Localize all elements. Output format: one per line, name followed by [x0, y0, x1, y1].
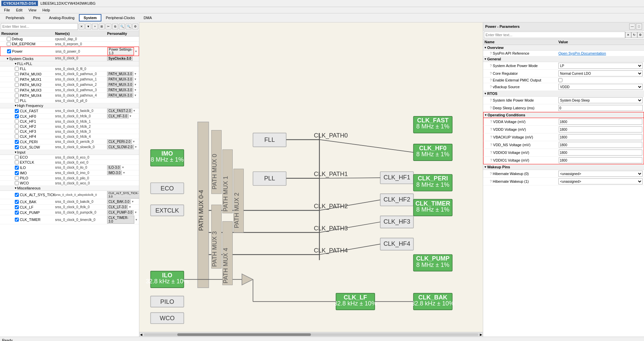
tree-row-clk-pump[interactable]: CLK_PUMP srss_0_clock_0_pumpclk_0 CLK_PU…: [0, 210, 139, 215]
deep-sleep-help[interactable]: ?: [490, 106, 492, 110]
check-extclk[interactable]: [15, 160, 19, 164]
vddio0-help[interactable]: ?: [490, 151, 492, 155]
collapse-fllpll[interactable]: ▾: [15, 62, 16, 65]
scrollbar-track[interactable]: [144, 333, 478, 336]
scrollbar-thumb[interactable]: [177, 333, 311, 336]
filter-zoom-out-btn[interactable]: 🔍: [126, 23, 132, 30]
tree-section-fllpll[interactable]: ▾ FLL+PLL: [0, 61, 139, 66]
filter-settings-btn[interactable]: ⚙: [132, 23, 138, 30]
tree-section-highfreq[interactable]: ▾ High Frequency: [0, 103, 139, 108]
tab-system[interactable]: System: [79, 14, 101, 21]
vddns-help[interactable]: ?: [490, 143, 492, 147]
vddio1-help[interactable]: ?: [490, 159, 492, 162]
check-clkpump[interactable]: [15, 211, 19, 215]
vdda-input[interactable]: [559, 119, 642, 125]
tree-row-pilo[interactable]: PILO srss_0_clock_0_pilo_0: [0, 176, 139, 181]
check-pathmux1[interactable]: [15, 77, 19, 81]
check-em-eeprom[interactable]: [7, 42, 11, 46]
tab-dma[interactable]: DMA: [139, 14, 156, 21]
tree-row-clk-hf2[interactable]: CLK_HF2 srss_0_clock_0_hfclk_2: [0, 124, 139, 129]
section-operating[interactable]: ▾ Operating Conditions: [483, 112, 644, 118]
collapse-sysclocks[interactable]: ▾: [7, 57, 8, 60]
hibernate0-help[interactable]: ?: [490, 172, 492, 176]
check-clkbak[interactable]: [15, 200, 19, 204]
tab-pins[interactable]: Pins: [29, 14, 45, 21]
filter-copy-btn[interactable]: ⧉: [112, 23, 118, 30]
tree-row-ilo[interactable]: ILO srss_0_clock_0_ilo_0 ILO-3.0 ▼: [0, 165, 139, 170]
vddio1-input[interactable]: [559, 157, 642, 163]
active-power-help[interactable]: ?: [490, 64, 492, 68]
check-clktimer[interactable]: [15, 218, 19, 222]
check-clkfast[interactable]: [15, 109, 19, 113]
vddd-input[interactable]: [559, 126, 642, 132]
check-pilo[interactable]: [15, 176, 19, 180]
idle-power-select[interactable]: System Deep Sleep Active Sleep: [558, 97, 643, 103]
vbackup-voltage-input[interactable]: [559, 134, 642, 140]
tree-row-imo[interactable]: IMO srss_0_clock_0_imo_0 IMO-3.0 ▼: [0, 170, 139, 176]
vddio0-input[interactable]: [559, 150, 642, 156]
tree-row-clk-lf[interactable]: CLK_LF srss_0_clock_0_lfclk_0 CLK_LF-3.0…: [0, 205, 139, 210]
check-pll[interactable]: [15, 99, 19, 103]
collapse-misc[interactable]: ▾: [15, 186, 16, 190]
tree-row-clk-hf0[interactable]: CLK_HF0 srss_0_clock_0_hfclk_0 CLK_HF-3.…: [0, 114, 139, 119]
check-clkalt[interactable]: [15, 193, 19, 197]
canvas-scrollbar[interactable]: ◀ ▶: [139, 332, 483, 337]
section-general[interactable]: ▾ General: [483, 56, 644, 62]
tab-peripherals[interactable]: Peripherals: [1, 14, 29, 21]
right-filter-clear[interactable]: ✕: [625, 32, 631, 38]
active-power-mode-select[interactable]: LP ULP: [558, 63, 643, 69]
collapse-input[interactable]: ▾: [15, 151, 16, 154]
tab-peripheral-clocks[interactable]: Peripheral-Clocks: [101, 14, 139, 21]
panel-minimize-btn[interactable]: —: [629, 23, 635, 30]
check-pathmux0[interactable]: [15, 72, 19, 76]
right-filter-settings[interactable]: ⚙: [637, 32, 643, 38]
tree-section-input[interactable]: ▾ Input: [0, 150, 139, 155]
check-pathmux3[interactable]: [15, 88, 19, 92]
tree-row-clk-peri[interactable]: CLK_PERI srss_0_clock_0_periclk_0 CLK_PE…: [0, 139, 139, 145]
vbackup-source-select[interactable]: VDDD VBACKUP: [558, 84, 643, 90]
resource-tree[interactable]: Debug cpuss0_dap_0 EM_EEPROM srss_0_eepr…: [0, 37, 139, 337]
filter-funnel-btn[interactable]: ▼: [85, 23, 91, 30]
syspm-help-icon[interactable]: ?: [490, 52, 492, 55]
section-wakeup[interactable]: ▾ Wakeup Pins: [483, 164, 644, 170]
check-clkhf0[interactable]: [15, 114, 19, 118]
vddns-input[interactable]: [559, 142, 642, 148]
core-regulator-select[interactable]: Normal Current LDO Low Current LDO Buck: [558, 70, 643, 76]
filter-cut-btn[interactable]: ✂: [105, 23, 111, 30]
check-pathmux4[interactable]: [15, 94, 19, 98]
right-filter-input[interactable]: [484, 32, 625, 38]
hibernate1-select[interactable]: <unassigned>: [558, 178, 643, 184]
syspm-link[interactable]: Open SysPm Documentation: [558, 51, 606, 55]
hibernate1-help[interactable]: ?: [490, 180, 492, 183]
check-clkslow[interactable]: [15, 145, 19, 149]
check-ilo[interactable]: [15, 166, 19, 170]
filter-zoom-in-btn[interactable]: 🔍: [119, 23, 125, 30]
check-wco[interactable]: [15, 181, 19, 185]
tree-section-sysclocks[interactable]: ▾ System Clocks srss_0_clock_0 SysClocks…: [0, 56, 139, 61]
deep-sleep-latency-input[interactable]: [558, 105, 643, 111]
filter-clear-btn[interactable]: ✕: [79, 23, 85, 30]
tree-row-clk-hf3[interactable]: CLK_HF3 srss_0_clock_0_hfclk_3: [0, 129, 139, 134]
tree-row-clk-alt[interactable]: CLK_ALT_SYS_TICK srss_0_clock_0_altsysti…: [0, 191, 139, 199]
tree-row-clk-bak[interactable]: CLK_BAK srss_0_clock_0_bakclk_0 CLK_BAK-…: [0, 199, 139, 205]
menu-view[interactable]: View: [26, 7, 39, 13]
check-imo[interactable]: [15, 171, 19, 175]
panel-maximize-btn[interactable]: □: [636, 23, 642, 30]
tree-row-clk-slow[interactable]: CLK_SLOW srss_0_clock_0_slowclk_0 CLK_SL…: [0, 145, 139, 150]
check-debug[interactable]: [7, 37, 11, 41]
tree-row-pll[interactable]: PLL srss_0_clock_0_pll_0: [0, 98, 139, 103]
tree-row-pathmux0[interactable]: PATH_MUX0 srss_0_clock_0_pathmux_0 PATH_…: [0, 71, 139, 77]
check-fll[interactable]: [15, 67, 19, 71]
check-clkhf2[interactable]: [15, 124, 19, 128]
idle-power-help[interactable]: ?: [490, 99, 492, 102]
vbackup-help[interactable]: ?: [490, 85, 492, 89]
vbackup-voltage-help[interactable]: ?: [490, 135, 492, 139]
left-filter-input[interactable]: [1, 23, 78, 30]
tree-row-power[interactable]: Power srss_0_power_0 Power Settings-1.3 …: [0, 47, 139, 56]
check-clklf[interactable]: [15, 205, 19, 209]
check-eco[interactable]: [15, 155, 19, 159]
vddd-help[interactable]: ?: [490, 128, 492, 131]
check-pathmux2[interactable]: [15, 83, 19, 87]
tree-row-eco[interactable]: ECO srss_0_clock_0_eco_0: [0, 155, 139, 160]
hibernate0-select[interactable]: <unassigned>: [558, 171, 643, 177]
